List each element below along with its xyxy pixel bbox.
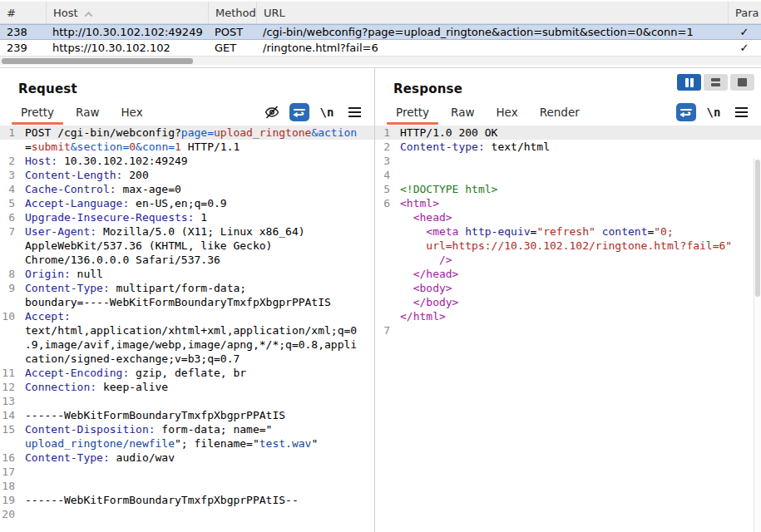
response-editor[interactable]: 1HTTP/1.0 200 OK2Content-type: text/html… bbox=[375, 126, 761, 532]
line-number: 18 bbox=[0, 479, 21, 493]
line-number: 6 bbox=[0, 210, 21, 224]
hide-eye-icon[interactable] bbox=[262, 103, 282, 121]
line-number: 20 bbox=[0, 507, 21, 521]
newline-glyph: \n bbox=[707, 106, 721, 119]
code-line: url=https://10.30.102.102/ringtone.html?… bbox=[375, 239, 761, 253]
table-horizontal-scrollbar[interactable] bbox=[0, 56, 761, 65]
row-url: /ringtone.html?fail=6 bbox=[256, 42, 728, 54]
single-layout-icon bbox=[738, 78, 747, 86]
line-number bbox=[375, 309, 396, 323]
code-line: 2Content-type: text/html bbox=[375, 140, 761, 154]
row-params-check: ✓ bbox=[728, 42, 761, 54]
request-panel: Request Pretty Raw Hex bbox=[0, 68, 374, 532]
line-number bbox=[375, 210, 396, 224]
hamburger-icon bbox=[735, 107, 748, 117]
line-number: 4 bbox=[0, 182, 21, 196]
line-number: 2 bbox=[0, 154, 21, 168]
code-line: <body> bbox=[375, 281, 761, 295]
sort-ascending-icon bbox=[84, 11, 92, 19]
layout-toggle-group bbox=[677, 74, 754, 91]
horizontal-scrollbar-thumb[interactable] bbox=[2, 58, 193, 64]
line-number bbox=[375, 239, 396, 253]
word-wrap-icon[interactable] bbox=[289, 103, 309, 121]
code-line: 4Cache-Control: max-age=0 bbox=[0, 182, 374, 196]
table-row[interactable]: 238 http://10.30.102.102:49249 POST /cgi… bbox=[0, 24, 761, 40]
code-line: .9,image/avif,image/webp,image/apng,*/*;… bbox=[0, 337, 374, 352]
line-number: 2 bbox=[375, 140, 396, 154]
request-panel-title: Request bbox=[18, 81, 374, 96]
line-number: 14 bbox=[0, 408, 21, 422]
code-line: =submit&section=0&conn=1 HTTP/1.1 bbox=[0, 140, 374, 154]
line-number bbox=[0, 436, 21, 451]
newline-toggle-icon[interactable]: \n bbox=[317, 103, 337, 121]
code-line: </html> bbox=[375, 309, 761, 323]
line-number bbox=[375, 253, 396, 267]
message-editor-panels: Request Pretty Raw Hex bbox=[0, 67, 761, 532]
code-line: 11Accept-Encoding: gzip, deflate, br bbox=[0, 366, 374, 380]
rows-layout-icon bbox=[711, 78, 720, 86]
line-number bbox=[0, 323, 21, 337]
table-row[interactable]: 239 https://10.30.102.102 GET /ringtone.… bbox=[0, 40, 761, 56]
code-line: 5<!DOCTYPE html> bbox=[375, 182, 761, 196]
row-url: /cgi-bin/webconfig?page=upload_ringtone&… bbox=[256, 26, 728, 38]
code-line: 15Content-Disposition: form-data; name=" bbox=[0, 422, 374, 436]
columns-layout-icon bbox=[685, 78, 689, 87]
response-tab-render[interactable]: Render bbox=[529, 99, 591, 125]
line-number: 19 bbox=[0, 493, 21, 507]
line-number: 16 bbox=[0, 451, 21, 465]
code-line: 6<html> bbox=[375, 196, 761, 210]
line-number bbox=[375, 281, 396, 295]
code-line: 7User-Agent: Mozilla/5.0 (X11; Linux x86… bbox=[0, 224, 374, 239]
word-wrap-icon[interactable] bbox=[676, 103, 696, 121]
col-header-number[interactable]: # bbox=[0, 2, 46, 23]
request-tabs-bar: Pretty Raw Hex bbox=[10, 99, 364, 125]
response-tab-pretty[interactable]: Pretty bbox=[385, 99, 440, 125]
line-number: 6 bbox=[375, 196, 396, 210]
single-layout-button[interactable] bbox=[730, 74, 754, 91]
response-tab-raw[interactable]: Raw bbox=[440, 99, 485, 125]
line-number bbox=[375, 295, 396, 309]
newline-toggle-icon[interactable]: \n bbox=[704, 103, 724, 121]
rows-layout-button[interactable] bbox=[704, 74, 728, 91]
line-number: 9 bbox=[0, 281, 21, 295]
line-number bbox=[375, 224, 396, 239]
code-line: 19------WebKitFormBoundaryTmxfpXbgprPPAt… bbox=[0, 493, 374, 507]
code-line: 10Accept: bbox=[0, 309, 374, 323]
table-header-row: # Host Method URL Para bbox=[0, 0, 761, 24]
request-tab-raw[interactable]: Raw bbox=[65, 99, 110, 125]
col-header-url[interactable]: URL bbox=[256, 2, 728, 23]
vertical-scrollbar-thumb[interactable] bbox=[755, 160, 760, 297]
response-tabs-bar: Pretty Raw Hex Render \n bbox=[385, 99, 751, 125]
code-line: boundary=----WebKitFormBoundaryTmxfpXbgp… bbox=[0, 295, 374, 309]
editor-menu-icon[interactable] bbox=[731, 103, 751, 121]
line-number bbox=[0, 337, 21, 352]
response-vertical-scrollbar[interactable] bbox=[754, 158, 761, 532]
request-tab-hex[interactable]: Hex bbox=[110, 99, 153, 125]
response-tab-hex[interactable]: Hex bbox=[485, 99, 528, 125]
hamburger-icon bbox=[348, 107, 361, 117]
line-number: 8 bbox=[0, 267, 21, 281]
editor-menu-icon[interactable] bbox=[344, 103, 364, 121]
row-host: http://10.30.102.102:49249 bbox=[46, 26, 208, 38]
code-line: AppleWebKit/537.36 (KHTML, like Gecko) bbox=[0, 239, 374, 253]
line-number: 3 bbox=[0, 168, 21, 182]
code-line: 17 bbox=[0, 465, 374, 479]
line-number: 12 bbox=[0, 380, 21, 394]
row-params-check: ✓ bbox=[728, 26, 761, 38]
line-number: 7 bbox=[0, 224, 21, 239]
code-line: 16Content-Type: audio/wav bbox=[0, 451, 374, 465]
columns-layout-button[interactable] bbox=[677, 74, 701, 91]
code-line: <head> bbox=[375, 210, 761, 224]
request-tab-pretty[interactable]: Pretty bbox=[10, 99, 65, 125]
row-id: 238 bbox=[0, 26, 46, 38]
col-header-method[interactable]: Method bbox=[208, 2, 256, 23]
code-line: 3Content-Length: 200 bbox=[0, 168, 374, 182]
col-header-params[interactable]: Para bbox=[728, 2, 761, 23]
line-number: 1 bbox=[0, 126, 21, 140]
line-number: 15 bbox=[0, 422, 21, 436]
request-editor[interactable]: 1POST /cgi-bin/webconfig?page=upload_rin… bbox=[0, 126, 374, 532]
col-header-host[interactable]: Host bbox=[46, 2, 208, 23]
code-line: 20 bbox=[0, 507, 374, 521]
code-line: /> bbox=[375, 253, 761, 267]
code-line: 1HTTP/1.0 200 OK bbox=[375, 126, 761, 140]
